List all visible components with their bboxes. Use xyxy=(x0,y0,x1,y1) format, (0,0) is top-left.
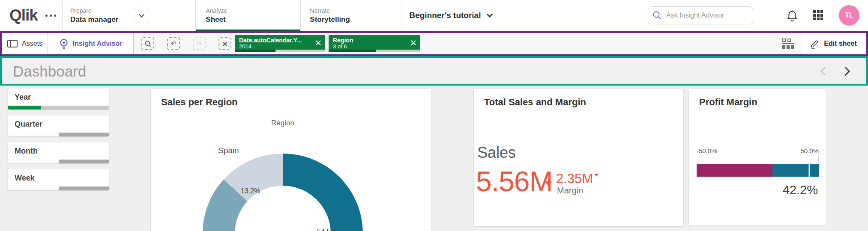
filter-year[interactable]: Year xyxy=(8,89,109,110)
gauge-bar xyxy=(697,164,819,177)
redo-icon: ↷ xyxy=(196,40,202,48)
insight-advisor-label: Insight Advisor xyxy=(73,40,123,47)
chip-field: Date.autoCalendar.Y... xyxy=(239,37,310,44)
filter-label: Week xyxy=(15,174,35,183)
selection-state-bar xyxy=(8,160,109,163)
total-sales-margin-kpi[interactable]: Total Sales and Margin Sales 5.56M 2.35M… xyxy=(473,89,684,227)
kpi-secondary-value: 2.35M xyxy=(556,171,593,187)
divider xyxy=(401,0,401,31)
chart-title: Profit Margin xyxy=(699,97,757,108)
selection-state-bar xyxy=(8,133,109,136)
dimension-label: Region xyxy=(203,119,363,127)
edit-sheet-label: Edit sheet xyxy=(824,40,856,47)
sheet-grid-icon xyxy=(782,38,794,49)
filter-week[interactable]: Week xyxy=(8,169,109,190)
top-bar: Qlik Prepare Data manager Analyze Sheet … xyxy=(0,0,868,31)
filter-month[interactable]: Month xyxy=(8,142,109,163)
chip-progress-track xyxy=(235,50,325,52)
tab-narrate-value: Storytelling xyxy=(310,15,350,24)
chip-value: 3 of 6 xyxy=(333,44,405,50)
chart-title: Total Sales and Margin xyxy=(484,97,586,108)
selection-chip-region[interactable]: Region 3 of 6 xyxy=(329,35,420,52)
grid-icon xyxy=(813,10,823,20)
gauge-value-label: 42.2% xyxy=(783,183,818,197)
app-title-menu[interactable]: Beginner's tutorial xyxy=(409,0,492,31)
tab-analyze[interactable]: Analyze Sheet xyxy=(196,0,300,31)
chip-field: Region xyxy=(333,37,405,44)
gauge-marker xyxy=(808,164,810,177)
chip-value: 2014 xyxy=(239,44,310,50)
app-title: Beginner's tutorial xyxy=(409,11,481,20)
qlik-sense-app: Qlik Prepare Data manager Analyze Sheet … xyxy=(0,0,868,231)
chip-progress-fill xyxy=(235,50,275,52)
search-icon xyxy=(652,11,662,20)
sheet-list-button[interactable] xyxy=(776,33,801,54)
tab-narrate-section: Narrate xyxy=(310,7,350,14)
tab-analyze-value: Sheet xyxy=(206,15,227,24)
selection-state-bar xyxy=(8,106,109,110)
chevron-down-icon xyxy=(139,12,144,18)
trend-down-icon xyxy=(594,174,599,177)
edit-sheet-button[interactable]: Edit sheet xyxy=(801,33,866,54)
slice-value-label: 54.5% xyxy=(317,228,336,231)
assets-button[interactable]: Assets xyxy=(2,33,48,54)
sheet-header: Dashboard xyxy=(0,56,868,86)
chart-title: Sales per Region xyxy=(161,97,238,108)
selection-tools: ↶ ↷ ⊗ xyxy=(134,33,235,54)
avatar[interactable]: TL xyxy=(839,5,859,26)
chip-progress-track xyxy=(329,50,420,52)
filter-quarter[interactable]: Quarter xyxy=(8,116,109,136)
close-icon[interactable] xyxy=(410,40,416,46)
search-input[interactable] xyxy=(666,12,743,19)
selection-state-bar xyxy=(8,187,109,190)
logo-area: Qlik xyxy=(0,0,62,31)
insight-advisor-search[interactable] xyxy=(648,6,753,24)
sales-per-region-chart[interactable]: Sales per Region Region Spain 13.2% 54.5… xyxy=(150,89,432,231)
bell-icon xyxy=(787,10,798,22)
tab-analyze-section: Analyze xyxy=(206,7,227,14)
slice-value-label: 13.2% xyxy=(241,187,260,195)
avatar-initials: TL xyxy=(845,12,853,19)
assets-label: Assets xyxy=(22,40,42,47)
app-launcher-button[interactable] xyxy=(813,10,823,20)
next-sheet-button chevron-right-icon[interactable] xyxy=(841,67,850,76)
search-selections-icon xyxy=(144,40,151,47)
previous-sheet-button chevron-left-icon[interactable] xyxy=(820,67,829,76)
filter-label: Year xyxy=(15,93,31,102)
tab-prepare-value: Data manager xyxy=(70,15,118,24)
notifications-button[interactable] xyxy=(785,9,799,22)
insight-advisor-icon xyxy=(59,38,69,49)
insight-advisor-button[interactable]: Insight Advisor xyxy=(48,33,134,54)
trend-down-icon xyxy=(545,181,552,186)
gauge-max-label: 50.0% xyxy=(800,147,819,154)
kpi-secondary-label: Margin xyxy=(557,186,583,195)
smart-search-selections-button[interactable] xyxy=(141,37,154,50)
gauge-segment xyxy=(772,164,819,177)
more-menu-icon[interactable] xyxy=(45,15,56,17)
filter-label: Month xyxy=(15,147,38,156)
gauge-segment xyxy=(697,164,772,177)
step-back-selection-button[interactable]: ↶ xyxy=(167,37,180,50)
gauge-min-label: -50.0% xyxy=(697,147,717,154)
kpi-primary-value: 5.56M xyxy=(476,165,552,198)
chip-progress-fill xyxy=(329,50,376,52)
slice-label-spain: Spain xyxy=(218,146,239,155)
filter-label: Quarter xyxy=(15,120,42,129)
tab-prepare-section: Prepare xyxy=(70,7,118,14)
sheet-title: Dashboard xyxy=(13,63,86,80)
selection-chip-date[interactable]: Date.autoCalendar.Y... 2014 xyxy=(235,35,325,52)
clear-selections-button[interactable]: ⊗ xyxy=(218,37,231,50)
tab-prepare[interactable]: Prepare Data manager xyxy=(63,0,149,31)
undo-icon: ↶ xyxy=(171,40,176,48)
profit-margin-gauge[interactable]: Profit Margin -50.0% 50.0% 42.2% xyxy=(688,89,827,225)
kpi-primary-label: Sales xyxy=(477,144,516,162)
chevron-down-icon xyxy=(487,12,493,18)
tab-narrate[interactable]: Narrate Storytelling xyxy=(301,0,401,31)
assets-panel-icon xyxy=(7,40,18,47)
selection-chips: Date.autoCalendar.Y... 2014 Region 3 of … xyxy=(235,33,420,54)
close-icon[interactable] xyxy=(315,40,321,46)
gauge-axis-labels: -50.0% 50.0% xyxy=(697,147,819,154)
data-manager-dropdown-button[interactable] xyxy=(134,8,149,23)
gauge-axis xyxy=(697,157,819,161)
step-forward-selection-button[interactable]: ↷ xyxy=(193,37,206,50)
